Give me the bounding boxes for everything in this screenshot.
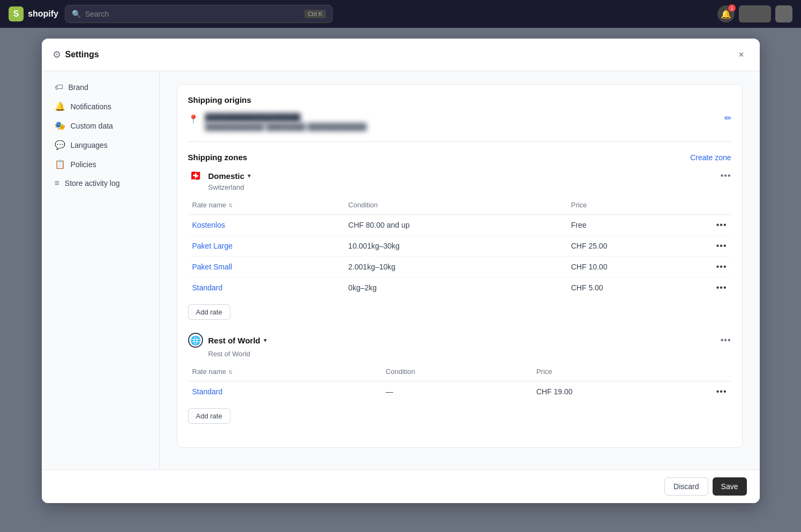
- shipping-origins-title: Shipping origins: [188, 95, 731, 104]
- settings-icon: ⚙: [53, 49, 61, 61]
- rate-price: Free: [567, 215, 710, 236]
- activity-log-icon: ≡: [55, 178, 59, 188]
- notifications-button[interactable]: 🔔 1: [717, 5, 735, 23]
- rate-more-button[interactable]: •••: [710, 215, 731, 236]
- shipping-origin-row: 📍 ██████████████████ ████████████ ██████…: [188, 113, 731, 131]
- user-avatar-button[interactable]: [739, 5, 771, 23]
- col-actions-domestic: [710, 198, 731, 215]
- shipping-zones-title: Shipping zones: [188, 153, 248, 162]
- topnav-right: 🔔 1: [717, 5, 792, 23]
- rate-condition: 10.001kg–30kg: [344, 236, 567, 257]
- modal-title: Settings: [65, 50, 99, 59]
- rate-more-button[interactable]: •••: [710, 278, 731, 298]
- rate-more-button[interactable]: •••: [710, 381, 731, 402]
- sidebar-item-label-custom-data: Custom data: [71, 122, 113, 130]
- zone-header-row: 🌐 Rest of World ▾ •••: [188, 333, 731, 348]
- col-condition-domestic: Condition: [344, 198, 567, 215]
- sort-icon-domestic[interactable]: ⇅: [228, 203, 233, 208]
- rate-condition: —: [381, 381, 532, 402]
- discard-button[interactable]: Discard: [664, 477, 708, 496]
- notification-count: 1: [728, 4, 736, 12]
- origin-info: ██████████████████ ████████████ ████████…: [205, 113, 718, 131]
- domestic-flag: 🇨🇭: [188, 170, 203, 181]
- sidebar-item-store-activity-log[interactable]: ≡ Store activity log: [46, 174, 155, 192]
- sort-icon-row[interactable]: ⇅: [228, 369, 233, 375]
- col-price-row: Price: [532, 364, 710, 381]
- table-row: Standard — CHF 19.00 •••: [188, 381, 731, 402]
- bell-icon-sidebar: 🔔: [55, 101, 65, 111]
- col-condition-row: Condition: [381, 364, 532, 381]
- content-area: Shipping origins 📍 ██████████████████ ██…: [160, 71, 760, 469]
- rate-name-link[interactable]: Paket Large: [192, 242, 233, 250]
- store-button[interactable]: [775, 5, 792, 23]
- top-navigation: S shopify 🔍 Ctrl K 🔔 1: [0, 0, 801, 28]
- rate-condition: 2.001kg–10kg: [344, 257, 567, 278]
- zone-name-row-row: Rest of World ▾: [208, 336, 715, 345]
- sidebar-item-policies[interactable]: 📋 Policies: [46, 155, 155, 174]
- settings-modal: ⚙ Settings × 🏷 Brand 🔔 Notifications 🎭 C…: [42, 39, 760, 503]
- rate-name-link[interactable]: Paket Small: [192, 263, 233, 271]
- edit-origin-icon[interactable]: ✏: [724, 113, 731, 123]
- sidebar-item-custom-data[interactable]: 🎭 Custom data: [46, 116, 155, 135]
- shopify-logo: S shopify: [9, 6, 58, 21]
- domestic-more-button[interactable]: •••: [721, 171, 731, 181]
- search-shortcut-badge: Ctrl K: [304, 10, 326, 18]
- rate-condition: CHF 80.00 and up: [344, 215, 567, 236]
- sidebar-item-label-store-activity-log: Store activity log: [65, 179, 120, 188]
- policies-icon: 📋: [55, 159, 65, 169]
- languages-icon: 💬: [55, 140, 65, 150]
- zone-subtitle-domestic: Switzerland: [208, 183, 731, 191]
- zone-block-domestic: 🇨🇭 Domestic ▾ ••• Switzerland: [188, 170, 731, 320]
- rate-more-button[interactable]: •••: [710, 236, 731, 257]
- zone-header-domestic: 🇨🇭 Domestic ▾ •••: [188, 170, 731, 181]
- rate-price: CHF 5.00: [567, 278, 710, 298]
- domestic-rate-table: Rate name ⇅ Condition Price Kostenlos: [188, 198, 731, 298]
- zone-block-row: 🌐 Rest of World ▾ ••• Rest of World: [188, 333, 731, 424]
- sidebar-item-languages[interactable]: 💬 Languages: [46, 136, 155, 154]
- row-more-button[interactable]: •••: [721, 335, 731, 345]
- zone-name-row: Rest of World: [208, 336, 260, 345]
- logo-text: shopify: [28, 9, 58, 19]
- modal-header: ⚙ Settings ×: [42, 39, 760, 71]
- zone-subtitle-row: Rest of World: [208, 350, 731, 358]
- rate-name-link[interactable]: Standard: [192, 387, 223, 396]
- rate-condition: 0kg–2kg: [344, 278, 567, 298]
- row-rate-table: Rate name ⇅ Condition Price Standard: [188, 364, 731, 402]
- globe-icon: 🌐: [188, 333, 203, 348]
- table-row: Standard 0kg–2kg CHF 5.00 •••: [188, 278, 731, 298]
- col-rate-name-row: Rate name ⇅: [188, 364, 381, 381]
- origin-address: ████████████ ████████ ████████████: [205, 123, 718, 131]
- brand-icon: 🏷: [55, 83, 63, 92]
- domestic-chevron-icon[interactable]: ▾: [248, 172, 251, 179]
- add-rate-row-button[interactable]: Add rate: [188, 408, 230, 424]
- zone-name-row-domestic: Domestic ▾: [208, 171, 715, 181]
- shopify-icon: S: [9, 6, 24, 21]
- sidebar-item-brand[interactable]: 🏷 Brand: [46, 78, 155, 96]
- save-button[interactable]: Save: [713, 477, 747, 496]
- origin-name: ██████████████████: [205, 113, 718, 122]
- sidebar: 🏷 Brand 🔔 Notifications 🎭 Custom data 💬 …: [42, 71, 160, 469]
- modal-close-button[interactable]: ×: [734, 47, 749, 62]
- sidebar-item-label-languages: Languages: [71, 141, 108, 149]
- add-rate-domestic-button[interactable]: Add rate: [188, 304, 230, 320]
- rate-more-button[interactable]: •••: [710, 257, 731, 278]
- table-row: Paket Small 2.001kg–10kg CHF 10.00 •••: [188, 257, 731, 278]
- shipping-card: Shipping origins 📍 ██████████████████ ██…: [177, 84, 743, 448]
- search-bar[interactable]: 🔍 Ctrl K: [65, 5, 333, 23]
- sidebar-item-label-policies: Policies: [71, 160, 96, 169]
- location-pin-icon: 📍: [188, 114, 199, 124]
- sidebar-item-label-brand: Brand: [69, 83, 88, 92]
- col-rate-name-domestic: Rate name ⇅: [188, 198, 345, 215]
- rate-name-link[interactable]: Kostenlos: [192, 221, 225, 229]
- zones-header: Shipping zones Create zone: [188, 153, 731, 162]
- sidebar-item-notifications[interactable]: 🔔 Notifications: [46, 97, 155, 116]
- row-chevron-icon[interactable]: ▾: [264, 336, 267, 344]
- rate-price: CHF 10.00: [567, 257, 710, 278]
- rate-name-link[interactable]: Standard: [192, 283, 223, 292]
- main-wrapper: ⚙ Settings × 🏷 Brand 🔔 Notifications 🎭 C…: [0, 28, 801, 532]
- custom-data-icon: 🎭: [55, 121, 65, 131]
- create-zone-link[interactable]: Create zone: [690, 153, 731, 162]
- search-input[interactable]: [85, 10, 301, 18]
- divider: [188, 141, 731, 142]
- table-row: Kostenlos CHF 80.00 and up Free •••: [188, 215, 731, 236]
